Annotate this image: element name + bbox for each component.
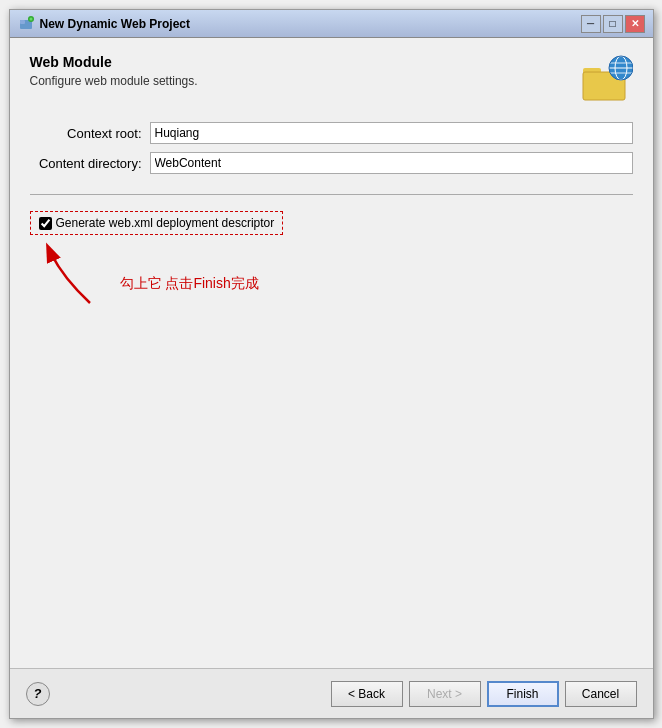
header-text: Web Module Configure web module settings… <box>30 54 198 88</box>
page-icon <box>581 54 633 106</box>
minimize-button[interactable]: ─ <box>581 15 601 33</box>
window-icon <box>18 16 34 32</box>
window-title: New Dynamic Web Project <box>40 17 575 31</box>
context-root-input[interactable] <box>150 122 633 144</box>
back-button[interactable]: < Back <box>331 681 403 707</box>
content-directory-label: Content directory: <box>30 156 150 171</box>
page-title: Web Module <box>30 54 198 70</box>
navigation-buttons: < Back Next > Finish Cancel <box>331 681 637 707</box>
content-directory-input[interactable] <box>150 152 633 174</box>
annotation-area: 勾上它 点击Finish完成 <box>30 235 633 315</box>
cancel-button[interactable]: Cancel <box>565 681 637 707</box>
content-directory-row: Content directory: <box>30 152 633 174</box>
main-content: Web Module Configure web module settings… <box>10 38 653 668</box>
help-button[interactable]: ? <box>26 682 50 706</box>
svg-rect-1 <box>20 20 25 24</box>
titlebar: New Dynamic Web Project ─ □ ✕ <box>10 10 653 38</box>
context-root-label: Context root: <box>30 126 150 141</box>
finish-button[interactable]: Finish <box>487 681 559 707</box>
page-subtitle: Configure web module settings. <box>30 74 198 88</box>
section-divider <box>30 194 633 195</box>
svg-point-3 <box>29 17 32 20</box>
button-bar: ? < Back Next > Finish Cancel <box>10 668 653 718</box>
svg-rect-5 <box>583 68 601 74</box>
checkbox-container: Generate web.xml deployment descriptor <box>30 211 284 235</box>
close-button[interactable]: ✕ <box>625 15 645 33</box>
window-controls: ─ □ ✕ <box>581 15 645 33</box>
header-section: Web Module Configure web module settings… <box>30 54 633 106</box>
annotation-text: 勾上它 点击Finish完成 <box>120 275 259 293</box>
context-root-row: Context root: <box>30 122 633 144</box>
next-button[interactable]: Next > <box>409 681 481 707</box>
maximize-button[interactable]: □ <box>603 15 623 33</box>
main-window: New Dynamic Web Project ─ □ ✕ Web Module… <box>9 9 654 719</box>
generate-xml-checkbox[interactable] <box>39 217 52 230</box>
checkbox-section: Generate web.xml deployment descriptor <box>30 211 633 235</box>
checkbox-label[interactable]: Generate web.xml deployment descriptor <box>56 216 275 230</box>
